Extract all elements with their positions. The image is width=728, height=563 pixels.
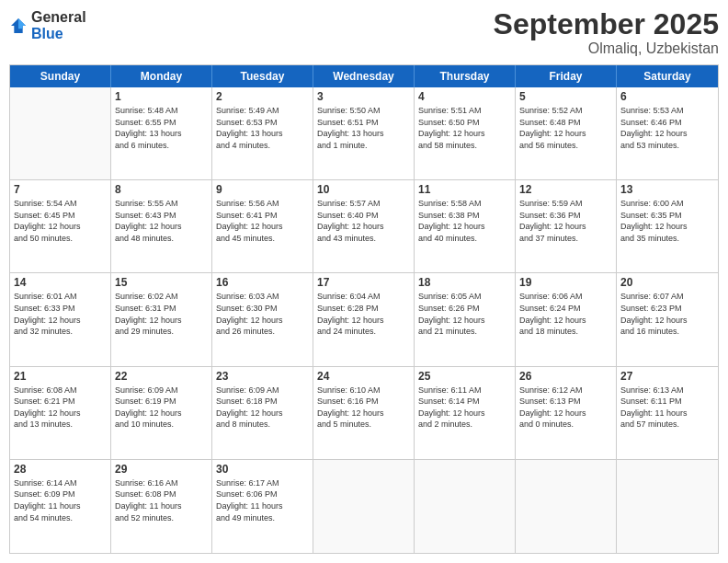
- cal-cell: [617, 460, 718, 553]
- day-number: 23: [216, 370, 309, 383]
- cal-cell: 3Sunrise: 5:50 AM Sunset: 6:51 PM Daylig…: [313, 87, 415, 179]
- day-number: 29: [115, 463, 208, 476]
- location: Olmaliq, Uzbekistan: [494, 40, 719, 57]
- cal-cell: 4Sunrise: 5:51 AM Sunset: 6:50 PM Daylig…: [415, 87, 516, 179]
- day-number: 21: [14, 370, 107, 383]
- cal-cell: 27Sunrise: 6:13 AM Sunset: 6:11 PM Dayli…: [617, 367, 718, 459]
- cal-cell: 1Sunrise: 5:48 AM Sunset: 6:55 PM Daylig…: [111, 87, 212, 179]
- header-day-thursday: Thursday: [415, 65, 516, 87]
- cal-cell: 6Sunrise: 5:53 AM Sunset: 6:46 PM Daylig…: [617, 87, 718, 179]
- day-info: Sunrise: 6:09 AM Sunset: 6:18 PM Dayligh…: [216, 385, 309, 431]
- day-info: Sunrise: 5:57 AM Sunset: 6:40 PM Dayligh…: [317, 198, 410, 244]
- day-info: Sunrise: 5:54 AM Sunset: 6:45 PM Dayligh…: [14, 198, 107, 244]
- day-number: 15: [115, 276, 208, 289]
- cal-cell: [10, 87, 111, 179]
- day-info: Sunrise: 5:58 AM Sunset: 6:38 PM Dayligh…: [418, 198, 511, 244]
- day-info: Sunrise: 5:55 AM Sunset: 6:43 PM Dayligh…: [115, 198, 208, 244]
- cal-cell: 29Sunrise: 6:16 AM Sunset: 6:08 PM Dayli…: [111, 460, 212, 553]
- day-info: Sunrise: 5:51 AM Sunset: 6:50 PM Dayligh…: [418, 105, 511, 151]
- cal-cell: 24Sunrise: 6:10 AM Sunset: 6:16 PM Dayli…: [313, 367, 415, 459]
- day-info: Sunrise: 6:17 AM Sunset: 6:06 PM Dayligh…: [216, 477, 309, 523]
- cal-cell: 11Sunrise: 5:58 AM Sunset: 6:38 PM Dayli…: [415, 180, 516, 272]
- day-info: Sunrise: 6:09 AM Sunset: 6:19 PM Dayligh…: [115, 385, 208, 431]
- day-number: 19: [519, 276, 612, 289]
- day-number: 13: [620, 183, 714, 196]
- day-info: Sunrise: 6:07 AM Sunset: 6:23 PM Dayligh…: [620, 291, 714, 337]
- header-day-monday: Monday: [111, 65, 212, 87]
- page: General Blue September 2025 Olmaliq, Uzb…: [0, 0, 728, 563]
- cal-cell: 5Sunrise: 5:52 AM Sunset: 6:48 PM Daylig…: [516, 87, 617, 179]
- logo-icon: [9, 17, 28, 35]
- cal-cell: 22Sunrise: 6:09 AM Sunset: 6:19 PM Dayli…: [111, 367, 212, 459]
- cal-cell: 12Sunrise: 5:59 AM Sunset: 6:36 PM Dayli…: [516, 180, 617, 272]
- header: General Blue September 2025 Olmaliq, Uzb…: [9, 9, 719, 57]
- day-info: Sunrise: 6:02 AM Sunset: 6:31 PM Dayligh…: [115, 291, 208, 337]
- week-row-1: 1Sunrise: 5:48 AM Sunset: 6:55 PM Daylig…: [10, 87, 718, 180]
- cal-cell: 7Sunrise: 5:54 AM Sunset: 6:45 PM Daylig…: [10, 180, 111, 272]
- cal-cell: 17Sunrise: 6:04 AM Sunset: 6:28 PM Dayli…: [313, 273, 415, 365]
- week-row-4: 21Sunrise: 6:08 AM Sunset: 6:21 PM Dayli…: [10, 367, 718, 460]
- month-title: September 2025: [494, 9, 719, 39]
- cal-cell: 10Sunrise: 5:57 AM Sunset: 6:40 PM Dayli…: [313, 180, 415, 272]
- cal-cell: 20Sunrise: 6:07 AM Sunset: 6:23 PM Dayli…: [617, 273, 718, 365]
- header-day-wednesday: Wednesday: [313, 65, 415, 87]
- day-number: 16: [216, 276, 309, 289]
- day-info: Sunrise: 6:03 AM Sunset: 6:30 PM Dayligh…: [216, 291, 309, 337]
- logo-general: General: [31, 9, 86, 26]
- day-info: Sunrise: 5:53 AM Sunset: 6:46 PM Dayligh…: [620, 105, 714, 151]
- calendar-header: SundayMondayTuesdayWednesdayThursdayFrid…: [10, 65, 718, 87]
- day-info: Sunrise: 6:05 AM Sunset: 6:26 PM Dayligh…: [418, 291, 511, 337]
- day-info: Sunrise: 5:56 AM Sunset: 6:41 PM Dayligh…: [216, 198, 309, 244]
- day-info: Sunrise: 6:16 AM Sunset: 6:08 PM Dayligh…: [115, 477, 208, 523]
- day-info: Sunrise: 6:08 AM Sunset: 6:21 PM Dayligh…: [14, 385, 107, 431]
- cal-cell: 8Sunrise: 5:55 AM Sunset: 6:43 PM Daylig…: [111, 180, 212, 272]
- header-day-friday: Friday: [516, 65, 617, 87]
- day-number: 9: [216, 183, 309, 196]
- day-info: Sunrise: 6:14 AM Sunset: 6:09 PM Dayligh…: [14, 477, 107, 523]
- day-number: 7: [14, 183, 107, 196]
- week-row-5: 28Sunrise: 6:14 AM Sunset: 6:09 PM Dayli…: [10, 460, 718, 553]
- day-number: 6: [620, 90, 714, 103]
- cal-cell: 2Sunrise: 5:49 AM Sunset: 6:53 PM Daylig…: [212, 87, 313, 179]
- header-day-tuesday: Tuesday: [212, 65, 313, 87]
- day-number: 20: [620, 276, 714, 289]
- title-area: September 2025 Olmaliq, Uzbekistan: [494, 9, 719, 57]
- week-row-2: 7Sunrise: 5:54 AM Sunset: 6:45 PM Daylig…: [10, 180, 718, 273]
- day-info: Sunrise: 5:49 AM Sunset: 6:53 PM Dayligh…: [216, 105, 309, 151]
- day-info: Sunrise: 5:52 AM Sunset: 6:48 PM Dayligh…: [519, 105, 612, 151]
- day-number: 3: [317, 90, 410, 103]
- calendar: SundayMondayTuesdayWednesdayThursdayFrid…: [9, 64, 719, 554]
- calendar-body: 1Sunrise: 5:48 AM Sunset: 6:55 PM Daylig…: [10, 87, 718, 553]
- cal-cell: 13Sunrise: 6:00 AM Sunset: 6:35 PM Dayli…: [617, 180, 718, 272]
- cal-cell: 30Sunrise: 6:17 AM Sunset: 6:06 PM Dayli…: [212, 460, 313, 553]
- day-info: Sunrise: 6:13 AM Sunset: 6:11 PM Dayligh…: [620, 385, 714, 431]
- day-number: 26: [519, 370, 612, 383]
- logo: General Blue: [9, 9, 86, 41]
- day-info: Sunrise: 6:11 AM Sunset: 6:14 PM Dayligh…: [418, 385, 511, 431]
- day-number: 11: [418, 183, 511, 196]
- logo-text: General Blue: [31, 9, 86, 41]
- day-number: 17: [317, 276, 410, 289]
- week-row-3: 14Sunrise: 6:01 AM Sunset: 6:33 PM Dayli…: [10, 273, 718, 366]
- cal-cell: [516, 460, 617, 553]
- header-day-sunday: Sunday: [10, 65, 111, 87]
- cal-cell: 28Sunrise: 6:14 AM Sunset: 6:09 PM Dayli…: [10, 460, 111, 553]
- day-number: 2: [216, 90, 309, 103]
- day-number: 30: [216, 463, 309, 476]
- logo-blue: Blue: [31, 26, 86, 42]
- cal-cell: 9Sunrise: 5:56 AM Sunset: 6:41 PM Daylig…: [212, 180, 313, 272]
- day-number: 14: [14, 276, 107, 289]
- day-info: Sunrise: 6:01 AM Sunset: 6:33 PM Dayligh…: [14, 291, 107, 337]
- day-info: Sunrise: 6:04 AM Sunset: 6:28 PM Dayligh…: [317, 291, 410, 337]
- day-info: Sunrise: 5:59 AM Sunset: 6:36 PM Dayligh…: [519, 198, 612, 244]
- header-day-saturday: Saturday: [617, 65, 718, 87]
- cal-cell: 16Sunrise: 6:03 AM Sunset: 6:30 PM Dayli…: [212, 273, 313, 365]
- day-info: Sunrise: 6:06 AM Sunset: 6:24 PM Dayligh…: [519, 291, 612, 337]
- day-info: Sunrise: 6:00 AM Sunset: 6:35 PM Dayligh…: [620, 198, 714, 244]
- day-number: 18: [418, 276, 511, 289]
- day-info: Sunrise: 6:12 AM Sunset: 6:13 PM Dayligh…: [519, 385, 612, 431]
- day-number: 5: [519, 90, 612, 103]
- day-number: 28: [14, 463, 107, 476]
- day-number: 1: [115, 90, 208, 103]
- cal-cell: 23Sunrise: 6:09 AM Sunset: 6:18 PM Dayli…: [212, 367, 313, 459]
